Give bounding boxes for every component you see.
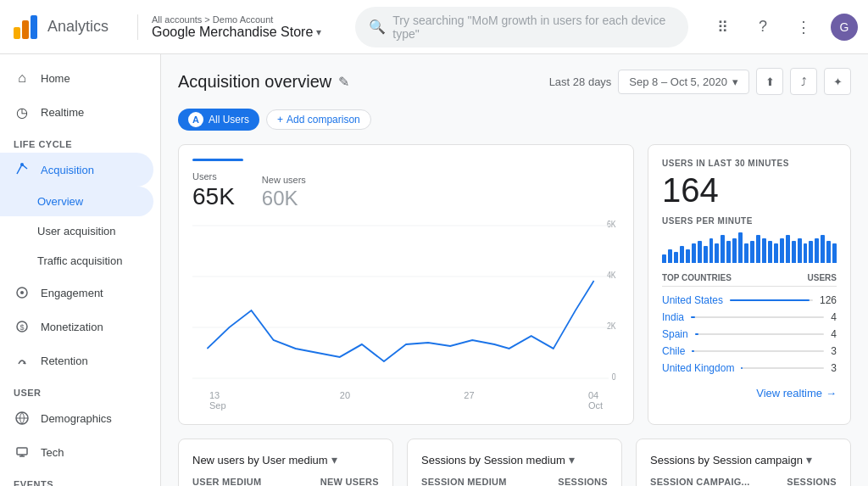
rt-country-bar-wrap xyxy=(691,316,824,318)
rt-bar-item xyxy=(692,243,696,263)
demographics-icon xyxy=(14,410,31,427)
sidebar-item-acquisition[interactable]: Acquisition xyxy=(0,153,153,187)
bottom-col-1-2: SESSION CAMPAIG... xyxy=(650,477,750,486)
sidebar-item-tech[interactable]: Tech xyxy=(0,435,153,469)
page-header: Acquisition overview ✎ Last 28 days Sep … xyxy=(178,68,851,95)
chart-metrics: Users 65K New users 60K xyxy=(192,171,620,210)
rt-bar-item xyxy=(698,241,702,263)
chart-tab-line xyxy=(192,159,243,161)
line-chart-svg: 6K 4K 2K 0 xyxy=(192,217,620,387)
rt-col-users: USERS xyxy=(808,273,837,282)
rt-country-name[interactable]: United States xyxy=(662,294,723,306)
rt-country-bar xyxy=(691,316,695,318)
date-picker[interactable]: Sep 8 – Oct 5, 2020 ▾ xyxy=(618,70,749,94)
avatar[interactable]: G xyxy=(831,14,858,41)
rt-country-count: 3 xyxy=(831,345,837,357)
segment-label: All Users xyxy=(209,114,249,126)
svg-rect-2 xyxy=(31,15,37,39)
rt-country-name[interactable]: India xyxy=(662,311,684,323)
users-metric-value: 65K xyxy=(192,183,235,210)
bottom-card-2: Sessions by Session campaign ▾ SESSION C… xyxy=(636,439,851,486)
sidebar-item-user-acquisition[interactable]: User acquisition xyxy=(0,216,153,246)
segment-row: A All Users + Add comparison xyxy=(178,109,851,131)
rt-bar-item xyxy=(832,243,837,263)
more-options-icon-btn[interactable]: ⋮ xyxy=(790,14,817,41)
sidebar-item-monetization[interactable]: $ Monetization xyxy=(0,310,153,344)
add-comparison-label: Add comparison xyxy=(287,114,360,126)
rt-country-count: 4 xyxy=(831,328,837,340)
lifecycle-section-label: LIFE CYCLE xyxy=(0,129,160,153)
edit-icon[interactable]: ✎ xyxy=(338,74,349,90)
sidebar-item-traffic-acquisition[interactable]: Traffic acquisition xyxy=(0,246,153,276)
users-metric: Users 65K xyxy=(192,171,235,210)
main-chart-card: Users 65K New users 60K 6K 4K 2K xyxy=(178,144,634,425)
rt-bar-item xyxy=(826,241,831,263)
bottom-card-title-0[interactable]: New users by User medium ▾ xyxy=(192,453,379,466)
sidebar-item-overview[interactable]: Overview xyxy=(0,187,153,216)
rt-bar-item xyxy=(798,238,802,263)
sidebar-item-home[interactable]: ⌂ Home xyxy=(0,61,153,95)
rt-section2-title: USERS PER MINUTE xyxy=(662,216,837,226)
rt-bar-chart xyxy=(662,229,837,263)
bottom-card-0: New users by User medium ▾ USER MEDIUM N… xyxy=(178,439,393,486)
bottom-card-cols-1: SESSION MEDIUM SESSIONS xyxy=(421,477,608,486)
add-comparison-btn[interactable]: + Add comparison xyxy=(266,109,371,130)
rt-country-row: Spain 4 xyxy=(662,326,837,343)
svg-text:6K: 6K xyxy=(607,220,616,229)
rt-bar-item xyxy=(804,243,808,263)
rt-bar-item xyxy=(686,249,690,263)
view-realtime-link[interactable]: View realtime → xyxy=(662,387,837,399)
rt-bar-item xyxy=(792,241,796,263)
bottom-card-title-2[interactable]: Sessions by Session campaign ▾ xyxy=(650,453,837,466)
axis-label-sep13: 13Sep xyxy=(209,390,226,411)
cards-row: Users 65K New users 60K 6K 4K 2K xyxy=(178,144,851,425)
svg-rect-0 xyxy=(14,27,20,39)
rt-country-bar-wrap xyxy=(692,350,824,352)
rt-bar-item xyxy=(762,238,766,263)
bottom-card-dropdown-1: ▾ xyxy=(569,453,575,466)
new-users-metric-value: 60K xyxy=(262,187,306,210)
new-users-metric-label: New users xyxy=(262,175,306,185)
search-placeholder: Try searching "MoM growth in users for e… xyxy=(392,14,675,41)
rt-big-number: 164 xyxy=(662,171,837,209)
svg-rect-1 xyxy=(22,20,29,39)
search-box[interactable]: 🔍 Try searching "MoM growth in users for… xyxy=(355,7,688,47)
segment-badge[interactable]: A All Users xyxy=(178,109,259,131)
rt-country-bar xyxy=(692,350,694,352)
property-title[interactable]: Google Merchandise Store ▾ xyxy=(152,25,321,40)
bottom-col-2-1: SESSIONS xyxy=(558,477,608,486)
view-realtime-arrow: → xyxy=(826,387,837,399)
share-icon-btn[interactable]: ⤴ xyxy=(790,68,817,95)
rt-bar-item xyxy=(732,238,737,263)
rt-country-bar-wrap xyxy=(695,333,825,335)
page-header-actions: Last 28 days Sep 8 – Oct 5, 2020 ▾ ⬆ ⤴ ✦ xyxy=(549,68,851,95)
apps-icon-btn[interactable]: ⠿ xyxy=(709,14,736,41)
bottom-card-dropdown-2: ▾ xyxy=(806,453,812,466)
insights-icon-btn[interactable]: ✦ xyxy=(824,68,851,95)
svg-rect-10 xyxy=(17,448,27,455)
export-icon-btn[interactable]: ⬆ xyxy=(756,68,783,95)
rt-country-name[interactable]: Chile xyxy=(662,345,685,357)
rt-country-name[interactable]: United Kingdom xyxy=(662,362,734,374)
rt-table-header: TOP COUNTRIES USERS xyxy=(662,273,837,287)
rt-country-name[interactable]: Spain xyxy=(662,328,688,340)
help-icon-btn[interactable]: ? xyxy=(749,14,776,41)
page-title: Acquisition overview ✎ xyxy=(178,72,349,92)
rt-bar-item xyxy=(786,235,790,263)
date-range-text: Sep 8 – Oct 5, 2020 xyxy=(629,75,727,88)
sidebar-item-demographics[interactable]: Demographics xyxy=(0,401,153,435)
bottom-card-title-1[interactable]: Sessions by Session medium ▾ xyxy=(421,453,608,466)
sidebar-item-engagement[interactable]: Engagement xyxy=(0,276,153,310)
sidebar-item-retention[interactable]: Retention xyxy=(0,344,153,377)
rt-country-bar xyxy=(730,299,810,301)
sidebar-item-label-monetization: Monetization xyxy=(41,321,103,333)
rt-bar-item xyxy=(715,243,719,263)
search-icon: 🔍 xyxy=(369,19,386,35)
sidebar-item-label-user-acq: User acquisition xyxy=(37,225,116,237)
rt-bar-item xyxy=(721,235,725,263)
sidebar: ⌂ Home ◷ Realtime LIFE CYCLE Acquisition… xyxy=(0,54,161,486)
rt-country-count: 3 xyxy=(831,362,837,374)
sidebar-item-label-overview: Overview xyxy=(37,195,83,208)
sidebar-item-label-realtime: Realtime xyxy=(41,106,84,119)
sidebar-item-realtime[interactable]: ◷ Realtime xyxy=(0,95,153,129)
